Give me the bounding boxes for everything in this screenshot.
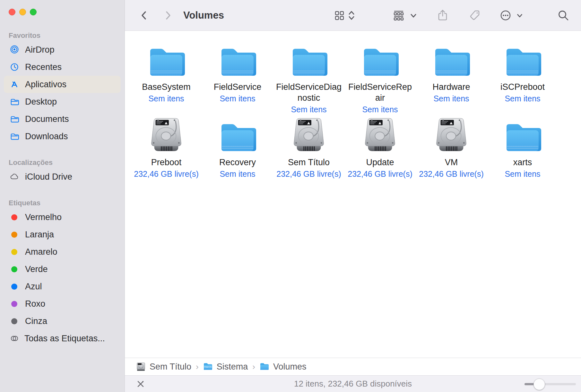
sidebar-item-desktop[interactable]: Desktop <box>0 93 125 110</box>
sidebar-item-recentes[interactable]: Recentes <box>0 58 125 76</box>
file-name: Update <box>366 157 394 168</box>
path-segment-volumes[interactable]: Volumes <box>260 362 307 372</box>
folder-icon <box>290 44 327 78</box>
folder-icon <box>9 96 20 107</box>
path-segment-sem-titulo[interactable]: Sem Título <box>136 362 191 372</box>
slider-track[interactable] <box>525 383 576 385</box>
path-segment-sistema[interactable]: macOS Sistema <box>203 362 248 372</box>
folder-icon <box>504 119 541 154</box>
more-options-control[interactable] <box>499 9 523 21</box>
sidebar-item-label: AirDrop <box>25 45 55 55</box>
path-bar: Sem Título › macOS Sistema › Volumes <box>125 358 581 375</box>
share-button[interactable] <box>437 9 449 22</box>
tag-color-dot <box>11 266 17 272</box>
file-detail: Sem itens <box>433 94 469 104</box>
file-name: FieldServiceDiagnostic <box>276 81 342 103</box>
chevron-down-icon <box>410 12 417 19</box>
sidebar-item-label: Recentes <box>25 62 62 72</box>
file-item-sem-titulo[interactable]: Sem Título 232,46 GB livre(s) <box>273 119 344 183</box>
status-summary: 12 itens, 232,46 GB disponíveis <box>125 379 581 389</box>
folder-icon <box>504 44 541 78</box>
sidebar-item-label: Todas as Etiquetas... <box>24 334 105 344</box>
file-detail: 232,46 GB livre(s) <box>134 169 198 179</box>
hard-drive-icon <box>433 119 470 154</box>
sidebar-item-airdrop[interactable]: AirDrop <box>0 41 125 58</box>
file-name: Preboot <box>151 157 182 168</box>
tag-color-dot <box>11 284 17 290</box>
file-item-fieldservicerepair[interactable]: FieldServiceRepair Sem itens <box>344 44 416 119</box>
sidebar-item-documents[interactable]: Documents <box>0 110 125 128</box>
toolbar: Volumes <box>125 0 581 31</box>
group-by-control[interactable] <box>393 10 417 21</box>
slider-knob[interactable] <box>533 379 545 390</box>
folder-icon <box>9 113 20 125</box>
file-item-fieldservicediagnostic[interactable]: FieldServiceDiagnostic Sem itens <box>273 44 344 119</box>
sidebar-item-label: Cinza <box>25 316 47 326</box>
all-tags-icon <box>9 333 20 344</box>
folder-icon <box>219 44 256 78</box>
icon-size-slider[interactable] <box>525 376 576 392</box>
back-button[interactable] <box>137 8 151 22</box>
file-item-recovery[interactable]: Recovery Sem itens <box>202 119 273 183</box>
more-options-icon <box>499 9 512 21</box>
chevron-down-icon <box>516 12 523 19</box>
path-separator: › <box>252 362 255 372</box>
file-grid: BaseSystem Sem itens FieldService Sem it… <box>125 31 581 183</box>
forward-button[interactable] <box>161 8 175 22</box>
folder-icon <box>361 44 399 78</box>
sidebar-item-icloud-drive[interactable]: iCloud Drive <box>0 168 125 185</box>
sidebar-item-label: Vermelho <box>25 212 62 222</box>
file-item-basesystem[interactable]: BaseSystem Sem itens <box>131 44 202 119</box>
sidebar-item-label: Aplicativos <box>25 80 66 89</box>
sidebar-item-label: Desktop <box>25 97 57 107</box>
tag-color-dot <box>11 214 17 220</box>
airdrop-icon <box>9 44 20 55</box>
file-item-update[interactable]: Update 232,46 GB livre(s) <box>344 119 416 183</box>
file-item-vm[interactable]: VM 232,46 GB livre(s) <box>416 119 487 183</box>
file-item-hardware[interactable]: Hardware Sem itens <box>416 44 487 119</box>
sidebar-item-tag-cinza[interactable]: Cinza <box>0 312 125 330</box>
sidebar-section-etiquetas: Etiquetas <box>0 199 125 209</box>
file-name: Sem Título <box>288 157 330 168</box>
sidebar-item-tag-roxo[interactable]: Roxo <box>0 295 125 312</box>
file-item-xarts[interactable]: xarts Sem itens <box>487 119 558 183</box>
sidebar-item-tag-amarelo[interactable]: Amarelo <box>0 243 125 260</box>
sidebar-item-aplicativos[interactable]: Aplicativos <box>4 76 121 93</box>
file-item-preboot[interactable]: Preboot 232,46 GB livre(s) <box>131 119 202 183</box>
cloud-icon <box>9 171 20 183</box>
file-detail: Sem itens <box>291 105 326 115</box>
search-button[interactable] <box>557 9 569 21</box>
sidebar-section-localizacoes: Localizações <box>0 158 125 168</box>
sidebar-item-tag-vermelho[interactable]: Vermelho <box>0 209 125 226</box>
tag-button[interactable] <box>469 9 481 21</box>
tag-color-dot <box>11 232 17 238</box>
close-button[interactable] <box>9 9 15 15</box>
sidebar-item-label: Laranja <box>25 230 54 240</box>
file-item-iscpreboot[interactable]: iSCPreboot Sem itens <box>487 44 558 119</box>
finder-window: Favoritos AirDrop Recentes <box>0 0 581 392</box>
minimize-button[interactable] <box>19 9 26 15</box>
file-item-fieldservice[interactable]: FieldService Sem itens <box>202 44 273 119</box>
clock-icon <box>9 61 20 73</box>
sidebar-section-favoritos: Favoritos <box>0 31 125 41</box>
tag-color-dot <box>11 249 17 255</box>
folder-icon <box>9 131 20 142</box>
sidebar-item-downloads[interactable]: Downloads <box>0 128 125 145</box>
sidebar: Favoritos AirDrop Recentes <box>0 0 125 392</box>
file-detail: 232,46 GB livre(s) <box>348 169 412 179</box>
fullscreen-button[interactable] <box>30 9 37 15</box>
path-separator: › <box>196 362 199 372</box>
sidebar-item-label: Downloads <box>25 132 68 141</box>
sidebar-item-tag-laranja[interactable]: Laranja <box>0 226 125 243</box>
file-detail: Sem itens <box>148 94 184 104</box>
sidebar-item-tag-azul[interactable]: Azul <box>0 278 125 295</box>
icon-view-icon <box>334 10 345 21</box>
file-detail: Sem itens <box>362 105 398 115</box>
sidebar-item-todas-as-etiquetas[interactable]: Todas as Etiquetas... <box>0 330 125 347</box>
sidebar-item-label: Documents <box>25 114 69 124</box>
view-mode-control[interactable] <box>334 10 355 21</box>
tag-color-dot <box>11 301 17 307</box>
file-name: Recovery <box>219 157 256 168</box>
folder-icon <box>219 119 256 154</box>
sidebar-item-tag-verde[interactable]: Verde <box>0 260 125 278</box>
